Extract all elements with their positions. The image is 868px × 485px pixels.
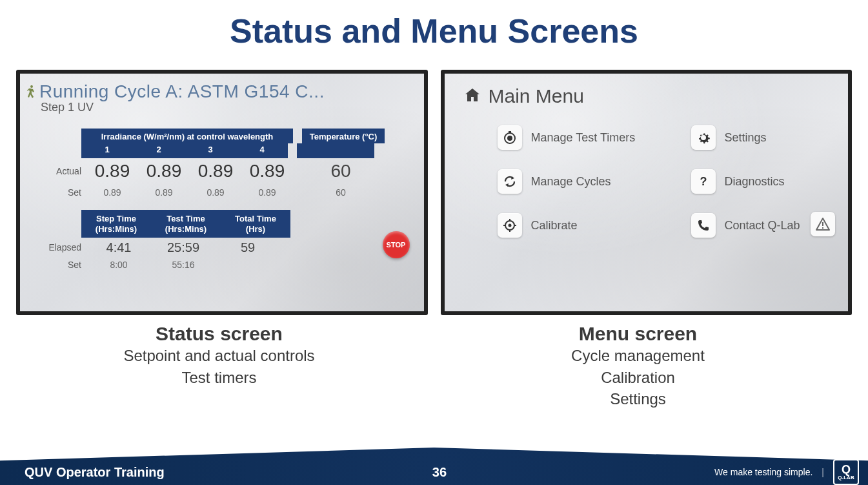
menu-caption-title: Menu screen — [435, 323, 841, 345]
stop-button[interactable]: STOP — [383, 231, 410, 258]
status-caption: Status screen Setpoint and actual contro… — [16, 323, 422, 410]
target-icon — [498, 213, 522, 238]
col-1: 1 — [81, 143, 133, 158]
step-time-header: Step Time(Hrs:Mins) — [81, 210, 151, 238]
running-icon — [26, 85, 35, 103]
actual-val-1: 0.89 — [86, 161, 138, 181]
status-caption-line1: Setpoint and actual controls — [16, 345, 422, 367]
col-3: 3 — [185, 143, 236, 158]
set-step: 8:00 — [86, 260, 151, 270]
menu-item-manage-cycles[interactable]: Manage Cycles — [498, 169, 678, 194]
svg-text:?: ? — [700, 175, 707, 188]
set-val-1: 0.89 — [86, 187, 138, 198]
svg-rect-6 — [822, 222, 823, 226]
cycle-title: Running Cycle A: ASTM G154 C... — [39, 81, 411, 102]
col-2: 2 — [133, 143, 185, 158]
stopwatch-icon — [498, 125, 522, 150]
footer-left: QUV Operator Training — [0, 465, 165, 480]
set-val-4: 0.89 — [241, 187, 293, 198]
status-caption-line2: Test timers — [16, 367, 422, 389]
menu-item-settings[interactable]: Settings — [691, 125, 833, 150]
total-time-header: Total Time(Hrs) — [221, 210, 290, 238]
col-4: 4 — [236, 143, 288, 158]
status-caption-title: Status screen — [16, 323, 422, 345]
menu-label: Manage Test Timers — [531, 131, 636, 145]
alert-icon[interactable] — [811, 212, 835, 236]
menu-label: Calibrate — [531, 219, 578, 232]
menu-item-diagnostics[interactable]: ? Diagnostics — [691, 169, 833, 194]
home-icon[interactable] — [464, 87, 481, 105]
elapsed-test: 25:59 — [151, 240, 216, 255]
svg-rect-7 — [822, 227, 823, 229]
footer-page: 36 — [165, 465, 714, 480]
row-elapsed-label: Elapsed — [39, 242, 86, 253]
step-subtitle: Step 1 UV — [41, 101, 411, 114]
svg-rect-2 — [509, 131, 511, 133]
menu-item-manage-test-timers[interactable]: Manage Test Timers — [498, 125, 678, 150]
menu-caption-line1: Cycle management — [435, 345, 841, 367]
cycle-icon — [498, 169, 522, 194]
test-time-header: Test Time(Hrs:Mins) — [151, 210, 221, 238]
menu-caption: Menu screen Cycle management Calibration… — [435, 323, 841, 410]
qlab-logo: Q Q-LAB — [833, 459, 859, 485]
set-test: 55:16 — [151, 260, 216, 270]
set-temp: 60 — [302, 187, 379, 198]
row-set-label: Set — [39, 187, 86, 198]
question-icon: ? — [691, 169, 716, 194]
menu-label: Settings — [725, 131, 767, 145]
menu-caption-line2: Calibration — [435, 367, 841, 389]
actual-val-3: 0.89 — [190, 161, 241, 181]
footer-tagline: We make testing simple. — [714, 467, 812, 477]
set-val-2: 0.89 — [138, 187, 190, 198]
phone-icon — [691, 213, 716, 238]
menu-label: Manage Cycles — [531, 175, 611, 189]
actual-val-2: 0.89 — [138, 161, 190, 181]
row2-set-label: Set — [39, 260, 86, 270]
main-menu-title: Main Menu — [489, 85, 584, 107]
svg-point-5 — [508, 224, 511, 227]
menu-item-calibrate[interactable]: Calibrate — [498, 213, 678, 238]
temperature-header: Temperature (°C) — [302, 129, 385, 143]
row-actual-label: Actual — [39, 166, 86, 176]
slide-title: Status and Menu Screens — [0, 0, 868, 50]
status-screen-panel: Running Cycle A: ASTM G154 C... Step 1 U… — [16, 70, 428, 315]
set-val-3: 0.89 — [190, 187, 241, 198]
menu-label: Diagnostics — [725, 175, 785, 189]
svg-point-1 — [507, 136, 512, 141]
irradiance-header: Irradiance (W/m²/nm) at control waveleng… — [81, 129, 293, 143]
elapsed-step: 4:41 — [86, 240, 151, 255]
menu-caption-line3: Settings — [435, 388, 841, 410]
gear-icon — [691, 125, 716, 150]
menu-label: Contact Q-Lab — [725, 219, 800, 232]
actual-temp: 60 — [302, 161, 379, 181]
elapsed-total: 59 — [216, 240, 280, 255]
actual-val-4: 0.89 — [241, 161, 293, 181]
menu-screen-panel: Main Menu Manage Test Timers Settings — [441, 70, 853, 315]
